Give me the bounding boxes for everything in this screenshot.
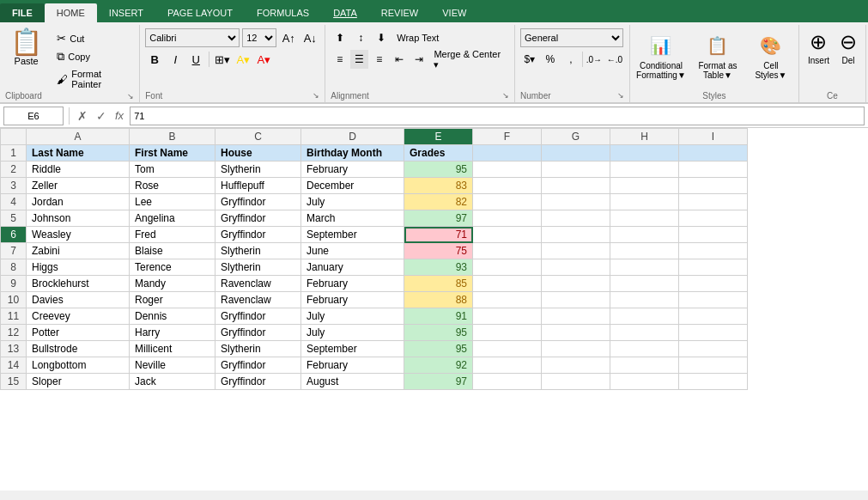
col-header-e[interactable]: E bbox=[404, 129, 473, 145]
italic-button[interactable]: I bbox=[166, 50, 185, 69]
copy-button[interactable]: ⧉ Copy bbox=[52, 48, 134, 65]
cell-I11[interactable] bbox=[679, 308, 748, 325]
header-cell-F[interactable] bbox=[473, 145, 542, 162]
tab-formulas[interactable]: FORMULAS bbox=[245, 3, 321, 22]
header-cell-A[interactable]: Last Name bbox=[27, 145, 130, 162]
cell-C15[interactable]: Gryffindor bbox=[215, 374, 301, 390]
cell-D3[interactable]: December bbox=[301, 178, 404, 194]
col-header-i[interactable]: I bbox=[679, 129, 748, 145]
cell-E11[interactable]: 91 bbox=[404, 308, 473, 325]
spreadsheet-container[interactable]: A B C D E F G H I 1Last NameFirst NameHo… bbox=[0, 128, 868, 491]
clipboard-expand-icon[interactable]: ↘ bbox=[127, 92, 134, 101]
cell-G11[interactable] bbox=[542, 308, 610, 325]
cell-C4[interactable]: Gryffindor bbox=[215, 194, 301, 210]
row-header-7[interactable]: 7 bbox=[1, 243, 27, 259]
indent-decrease-button[interactable]: ⇤ bbox=[390, 50, 408, 69]
row-header-13[interactable]: 13 bbox=[1, 341, 27, 357]
cell-F4[interactable] bbox=[473, 194, 542, 210]
cell-E3[interactable]: 83 bbox=[404, 178, 473, 194]
col-header-f[interactable]: F bbox=[473, 129, 542, 145]
row-header-10[interactable]: 10 bbox=[1, 292, 27, 308]
cell-D5[interactable]: March bbox=[301, 210, 404, 227]
cell-F8[interactable] bbox=[473, 259, 542, 276]
cell-D6[interactable]: September bbox=[301, 227, 404, 243]
header-cell-C[interactable]: House bbox=[215, 145, 301, 162]
cell-C6[interactable]: Gryffindor bbox=[215, 227, 301, 243]
cell-A7[interactable]: Zabini bbox=[27, 243, 130, 259]
wrap-text-button[interactable]: Wrap Text bbox=[392, 28, 443, 47]
cell-E10[interactable]: 88 bbox=[404, 292, 473, 308]
header-cell-D[interactable]: Birthday Month bbox=[301, 145, 404, 162]
delete-cells-button[interactable]: ⊖ Del bbox=[836, 28, 860, 67]
tab-view[interactable]: VIEW bbox=[430, 3, 478, 22]
cell-E8[interactable]: 93 bbox=[404, 259, 473, 276]
cell-A14[interactable]: Longbottom bbox=[27, 357, 130, 374]
cell-F14[interactable] bbox=[473, 357, 542, 374]
cell-F12[interactable] bbox=[473, 325, 542, 341]
cell-C11[interactable]: Gryffindor bbox=[215, 308, 301, 325]
cell-H14[interactable] bbox=[610, 357, 679, 374]
cell-I4[interactable] bbox=[679, 194, 748, 210]
col-header-d[interactable]: D bbox=[301, 129, 404, 145]
cell-E7[interactable]: 75 bbox=[404, 243, 473, 259]
font-color-button[interactable]: A▾ bbox=[254, 50, 273, 69]
cell-B2[interactable]: Tom bbox=[130, 162, 215, 178]
cell-C13[interactable]: Slytherin bbox=[215, 341, 301, 357]
cell-I6[interactable] bbox=[679, 227, 748, 243]
cell-H4[interactable] bbox=[610, 194, 679, 210]
tab-insert[interactable]: INSERT bbox=[97, 3, 155, 22]
decimal-decrease-button[interactable]: ←.0 bbox=[605, 50, 624, 69]
row-header-12[interactable]: 12 bbox=[1, 325, 27, 341]
align-top-button[interactable]: ⬆ bbox=[331, 28, 349, 47]
cell-D7[interactable]: June bbox=[301, 243, 404, 259]
cell-G14[interactable] bbox=[542, 357, 610, 374]
cell-E15[interactable]: 97 bbox=[404, 374, 473, 390]
cell-B9[interactable]: Mandy bbox=[130, 276, 215, 292]
row-header-11[interactable]: 11 bbox=[1, 308, 27, 325]
confirm-formula-icon[interactable]: ✓ bbox=[94, 109, 109, 123]
cell-H12[interactable] bbox=[610, 325, 679, 341]
row-header-1[interactable]: 1 bbox=[1, 145, 27, 162]
cut-button[interactable]: ✂ Cut bbox=[52, 30, 134, 46]
cell-D2[interactable]: February bbox=[301, 162, 404, 178]
cell-B15[interactable]: Jack bbox=[130, 374, 215, 390]
decimal-increase-button[interactable]: .0→ bbox=[585, 50, 604, 69]
bold-button[interactable]: B bbox=[145, 50, 164, 69]
cell-B11[interactable]: Dennis bbox=[130, 308, 215, 325]
cell-I5[interactable] bbox=[679, 210, 748, 227]
cell-F5[interactable] bbox=[473, 210, 542, 227]
cell-H13[interactable] bbox=[610, 341, 679, 357]
number-expand-icon[interactable]: ↘ bbox=[617, 91, 624, 101]
cell-A10[interactable]: Davies bbox=[27, 292, 130, 308]
cell-C8[interactable]: Slytherin bbox=[215, 259, 301, 276]
format-as-table-button[interactable]: 📋 Format as Table▼ bbox=[692, 28, 744, 82]
col-header-c[interactable]: C bbox=[215, 129, 301, 145]
cell-I14[interactable] bbox=[679, 357, 748, 374]
cell-C7[interactable]: Slytherin bbox=[215, 243, 301, 259]
cell-E5[interactable]: 97 bbox=[404, 210, 473, 227]
fill-color-button[interactable]: A▾ bbox=[234, 50, 252, 69]
cell-A15[interactable]: Sloper bbox=[27, 374, 130, 390]
cell-H9[interactable] bbox=[610, 276, 679, 292]
comma-button[interactable]: , bbox=[561, 50, 580, 69]
cell-D8[interactable]: January bbox=[301, 259, 404, 276]
cell-C10[interactable]: Ravenclaw bbox=[215, 292, 301, 308]
cell-D13[interactable]: September bbox=[301, 341, 404, 357]
cell-B13[interactable]: Millicent bbox=[130, 341, 215, 357]
cell-G2[interactable] bbox=[542, 162, 610, 178]
cell-I10[interactable] bbox=[679, 292, 748, 308]
tab-data[interactable]: DATA bbox=[321, 3, 369, 22]
cell-H6[interactable] bbox=[610, 227, 679, 243]
cell-G12[interactable] bbox=[542, 325, 610, 341]
cell-B12[interactable]: Harry bbox=[130, 325, 215, 341]
row-header-9[interactable]: 9 bbox=[1, 276, 27, 292]
cell-G8[interactable] bbox=[542, 259, 610, 276]
cell-F15[interactable] bbox=[473, 374, 542, 390]
cell-D11[interactable]: July bbox=[301, 308, 404, 325]
cell-C9[interactable]: Ravenclaw bbox=[215, 276, 301, 292]
currency-button[interactable]: $▾ bbox=[520, 50, 539, 69]
cell-E9[interactable]: 85 bbox=[404, 276, 473, 292]
cell-F10[interactable] bbox=[473, 292, 542, 308]
cell-A12[interactable]: Potter bbox=[27, 325, 130, 341]
increase-font-button[interactable]: A↑ bbox=[279, 28, 298, 47]
